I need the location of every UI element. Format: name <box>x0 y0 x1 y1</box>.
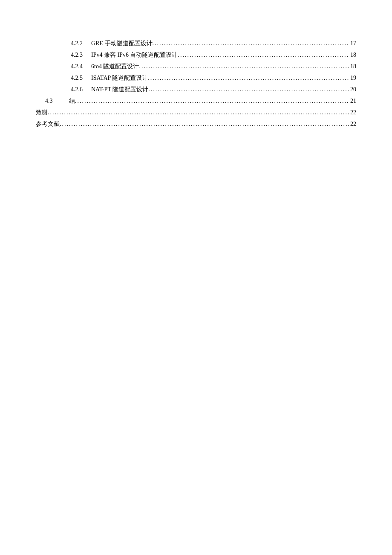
table-of-contents: 4.2.2 GRE 手动隧道配置设计 17 4.2.3 IPv4 兼容 IPv6… <box>36 38 356 130</box>
toc-entry: 4.2.2 GRE 手动隧道配置设计 17 <box>36 38 356 49</box>
toc-page-number: 20 <box>349 84 356 95</box>
toc-page-number: 19 <box>349 72 356 84</box>
toc-entry: 4.2.4 6to4 隧道配置设计 18 <box>36 61 356 72</box>
toc-page-number: 22 <box>349 107 356 118</box>
toc-title: 结 <box>69 95 75 107</box>
toc-title: ISATAP 隧道配置设计 <box>91 72 148 84</box>
toc-leader-dots <box>178 49 349 61</box>
toc-title: IPv4 兼容 IPv6 自动隧道配置设计 <box>91 49 178 61</box>
toc-leader-dots <box>153 38 350 49</box>
toc-number: 4.2.3 <box>71 49 91 61</box>
toc-title: GRE 手动隧道配置设计 <box>91 38 153 49</box>
toc-page-number: 17 <box>349 38 356 49</box>
toc-page-number: 22 <box>349 118 356 130</box>
toc-leader-dots <box>139 61 349 72</box>
toc-entry: 4.2.3 IPv4 兼容 IPv6 自动隧道配置设计 18 <box>36 49 356 61</box>
toc-title: 6to4 隧道配置设计 <box>91 61 139 72</box>
toc-number: 4.2.6 <box>71 84 91 95</box>
toc-entry: 致谢 22 <box>36 107 356 118</box>
toc-number: 4.2.2 <box>71 38 91 49</box>
toc-number: 4.2.4 <box>71 61 91 72</box>
toc-entry: 4.2.5 ISATAP 隧道配置设计 19 <box>36 72 356 84</box>
toc-title: 参考文献 <box>36 118 60 130</box>
toc-leader-dots <box>148 72 349 84</box>
toc-page-number: 21 <box>349 95 356 107</box>
toc-leader-dots <box>148 84 349 95</box>
toc-title: NAT-PT 隧道配置设计 <box>91 84 148 95</box>
toc-number: 4.2.5 <box>71 72 91 84</box>
toc-page-number: 18 <box>349 49 356 61</box>
toc-entry: 4.3 结 21 <box>36 95 356 107</box>
toc-leader-dots <box>48 107 349 118</box>
toc-leader-dots <box>75 95 349 107</box>
toc-number: 4.3 <box>45 95 69 107</box>
toc-entry: 参考文献 22 <box>36 118 356 130</box>
toc-page-number: 18 <box>349 61 356 72</box>
toc-title: 致谢 <box>36 107 48 118</box>
toc-entry: 4.2.6 NAT-PT 隧道配置设计 20 <box>36 84 356 95</box>
toc-leader-dots <box>60 118 349 130</box>
